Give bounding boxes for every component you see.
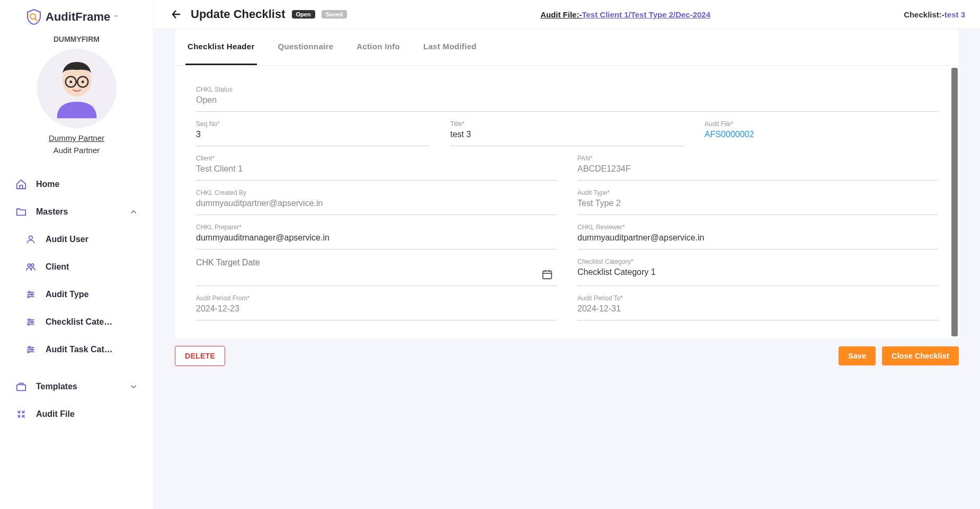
field-value-link[interactable]: AFS0000002 [705,130,938,141]
nav-client[interactable]: Client [10,253,144,281]
nav-label: Checklist Cate… [46,317,112,327]
field-chkl-created-by: CHKL Created By dummyauditpartner@apserv… [196,184,556,215]
home-icon [15,178,28,191]
field-value: Open [196,95,938,107]
status-badge-saved: Saved [322,10,347,19]
nav: Home Masters Audit User Client Audit Typ… [0,171,153,428]
sidebar: AuditFrame ™ DUMMYFIRM Dummy Partner [0,0,154,509]
avatar-wrap [0,49,153,128]
field-value: dummyauditpartner@apservice.in [196,199,556,210]
tab-questionnaire[interactable]: Questionnaire [276,29,336,65]
field-chkl-reviewer[interactable]: CHKL Reviewer* dummyauditpartner@apservi… [577,218,938,249]
nav-checklist-category[interactable]: Checklist Cate… [10,308,144,336]
svg-point-11 [31,264,34,266]
svg-point-0 [30,14,35,19]
field-seq-no[interactable]: Seq No* 3 [196,115,429,146]
back-button[interactable] [168,6,184,22]
field-audit-period-to[interactable]: Audit Period To* 2024-12-31 [577,289,938,320]
svg-point-23 [28,324,29,325]
logo-icon [25,8,42,25]
field-client[interactable]: Client* Test Client 1 [196,149,556,181]
svg-line-1 [35,19,37,21]
field-label: PAN* [577,155,938,162]
field-value: 2024-12-31 [577,304,938,316]
svg-point-15 [31,293,33,295]
field-value: dummyauditpartner@apservice.in [577,233,938,245]
close-checklist-button[interactable]: Close Checklist [882,346,959,365]
avatar[interactable] [37,49,117,128]
users-icon [24,261,37,273]
chevron-up-icon [129,207,138,217]
nav-audit-task-category[interactable]: Audit Task Cat… [10,336,144,363]
scrollbar[interactable] [951,68,958,336]
svg-point-13 [29,291,30,293]
user-role: Audit Partner [0,146,153,155]
collapse-icon [15,408,28,421]
nav-label: Audit File [36,409,75,419]
save-button[interactable]: Save [839,346,876,365]
nav-label: Masters [36,207,68,217]
checklist-info: Checklist:-test 3 [904,10,965,19]
nav-audit-file[interactable]: Audit File [10,400,144,428]
field-label: Audit File* [705,120,938,128]
nav-templates[interactable]: Templates [10,373,144,400]
svg-point-21 [31,321,33,323]
field-label: CHKL Reviewer* [577,224,938,231]
nav-masters[interactable]: Masters [10,198,144,226]
trademark-icon: ™ [113,14,118,20]
delete-button[interactable]: DELETE [175,346,225,366]
field-value [196,270,556,281]
form-panel: CHKL Status Open Seq No* 3 [175,66,959,338]
status-badge-open: Open [292,10,315,19]
briefcase-icon [15,380,28,393]
page-title: Update Checklist [191,7,286,21]
field-value: test 3 [450,130,683,141]
tab-action-info[interactable]: Action Info [354,29,402,65]
sliders-icon [24,316,37,328]
sliders-icon [24,343,37,356]
svg-point-25 [29,346,30,348]
tab-checklist-header[interactable]: Checklist Header [185,29,257,65]
field-value: ABCDE1234F [577,164,938,176]
field-audit-period-from[interactable]: Audit Period From* 2024-12-23 [196,289,556,320]
svg-point-9 [29,236,33,239]
svg-point-29 [28,351,29,353]
svg-point-7 [69,81,72,83]
nav-home[interactable]: Home [10,171,144,198]
firm-name: DUMMYFIRM [0,35,153,43]
field-pan[interactable]: PAN* ABCDE1234F [577,149,938,181]
field-label: Client* [196,155,556,162]
field-value: Test Client 1 [196,164,556,176]
user-name-link[interactable]: Dummy Partner [0,133,153,142]
nav-audit-user[interactable]: Audit User [10,226,144,253]
logo-text: AuditFrame [46,10,110,24]
field-audit-type[interactable]: Audit Type* Test Type 2 [577,184,938,215]
breadcrumb[interactable]: Audit File:-Test Client 1/Test Type 2/De… [540,10,710,19]
folder-icon [15,206,28,218]
field-title[interactable]: Title* test 3 [450,115,683,146]
field-label: Audit Period From* [196,294,556,302]
topbar: Update Checklist Open Saved Audit File:-… [154,0,980,29]
nav-label: Home [36,180,59,189]
svg-point-27 [31,349,33,350]
field-audit-file[interactable]: Audit File* AFS0000002 [705,115,938,146]
chevron-down-icon [129,382,138,391]
nav-audit-type[interactable]: Audit Type [10,281,144,308]
svg-point-10 [28,264,30,266]
breadcrumb-link[interactable]: Test Client 1/Test Type 2/Dec-2024 [582,10,710,19]
field-label: Audit Type* [577,189,938,197]
user-icon [24,233,37,246]
field-label: Title* [450,120,683,128]
field-label: CHKL Preparer* [196,224,556,231]
nav-label: Templates [36,382,77,391]
tab-last-modified[interactable]: Last Modified [421,29,479,65]
field-chk-target-date[interactable]: CHK Target Date [196,253,556,286]
field-chkl-preparer[interactable]: CHKL Preparer* dummyauditmanager@apservi… [196,218,556,249]
field-checklist-category[interactable]: Checklist Category* Checklist Category 1 [577,253,938,286]
field-label: Checklist Category* [577,258,938,265]
field-label: CHKL Status [196,86,938,93]
calendar-icon[interactable] [541,269,553,280]
field-label: Audit Period To* [577,294,938,302]
checklist-value: test 3 [945,10,965,19]
actions-bar: DELETE Save Close Checklist [175,338,959,373]
